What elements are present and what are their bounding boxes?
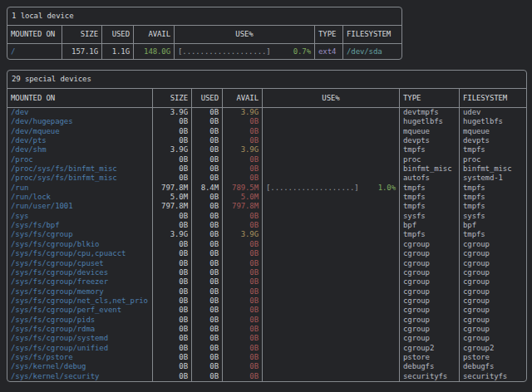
fs-row: /sys/fs/bpf0B0B0Bbpfbpf xyxy=(7,221,526,230)
fs-row: /dev/mqueue0B0B0Bmqueuemqueue xyxy=(7,127,526,136)
mount-point: /dev/pts xyxy=(7,136,153,145)
table-header-row: MOUNTED ON SIZE USED AVAIL USE% TYPE FIL… xyxy=(7,26,401,44)
usage-bar: [...................] xyxy=(266,184,359,193)
mount-point: /sys/fs/cgroup xyxy=(7,230,153,239)
size-value: 157.1G xyxy=(62,44,102,59)
size-value: 0B xyxy=(153,296,192,306)
filesystem-value: cgroup xyxy=(460,316,526,325)
type-value: mqueue xyxy=(400,127,460,136)
usage-bar-cell xyxy=(263,259,400,268)
avail-value: 0B xyxy=(223,296,263,306)
size-value: 0B xyxy=(153,127,192,136)
used-value: 0B xyxy=(192,259,223,268)
type-value: cgroup xyxy=(400,306,460,315)
filesystem-value: securityfs xyxy=(460,372,526,381)
avail-value: 0B xyxy=(223,316,263,325)
used-value: 0B xyxy=(192,277,223,287)
fs-row: /dev/shm3.9G0B3.9Gtmpfstmpfs xyxy=(7,145,526,154)
avail-value: 0B xyxy=(223,249,263,258)
size-value: 0B xyxy=(153,353,192,362)
usage-bar-cell xyxy=(263,316,400,325)
filesystem-value: cgroup xyxy=(460,296,526,306)
type-value: autofs xyxy=(400,174,460,183)
fs-row: /sys/fs/cgroup/memory0B0B0Bcgroupcgroup xyxy=(7,287,526,296)
avail-value: 0B xyxy=(223,117,263,126)
used-value: 0B xyxy=(192,268,223,277)
col-header-type: TYPE xyxy=(400,89,460,107)
fs-row: /proc/sys/fs/binfmt_misc0B0B0Bbinfmt_mis… xyxy=(7,164,526,174)
col-header-used: USED xyxy=(102,26,134,43)
mount-point: /sys/fs/cgroup/rdma xyxy=(7,325,153,334)
usage-bar-cell xyxy=(263,221,400,230)
avail-value: 0B xyxy=(223,212,263,221)
mount-point: /sys/fs/cgroup/perf_event xyxy=(7,306,153,315)
mount-point: /dev/hugepages xyxy=(7,117,153,126)
usage-bar-cell xyxy=(263,164,400,174)
size-value: 0B xyxy=(153,316,192,325)
filesystem-value: devpts xyxy=(460,136,526,145)
usage-bar-cell xyxy=(263,296,400,306)
usage-bar-cell xyxy=(263,362,400,371)
type-value: hugetlbfs xyxy=(400,117,460,126)
filesystem-value: cgroup xyxy=(460,249,526,258)
fs-row: /157.1G1.1G148.0G[...................]0.… xyxy=(7,44,401,59)
size-value: 0B xyxy=(153,136,192,145)
type-value: binfmt_misc xyxy=(400,164,460,174)
used-value: 0B xyxy=(192,353,223,362)
used-value: 0B xyxy=(192,372,223,381)
filesystem-value: cgroup xyxy=(460,306,526,315)
fs-row: /proc0B0B0Bprocproc xyxy=(7,155,526,164)
used-value: 0B xyxy=(192,127,223,136)
filesystem-value: /dev/sda xyxy=(343,44,401,59)
size-value: 0B xyxy=(153,372,192,381)
fs-row: /sys/fs/pstore0B0B0Bpstorepstore xyxy=(7,353,526,362)
mount-point: /sys/fs/bpf xyxy=(7,221,153,230)
col-header-avail: AVAIL xyxy=(223,89,263,107)
avail-value: 0B xyxy=(223,136,263,145)
avail-value: 3.9G xyxy=(223,108,263,117)
type-value: proc xyxy=(400,155,460,164)
avail-value: 0B xyxy=(223,334,263,343)
avail-value: 0B xyxy=(223,287,263,296)
type-value: cgroup xyxy=(400,287,460,296)
usage-bar-cell xyxy=(263,136,400,145)
col-header-type: TYPE xyxy=(315,26,343,43)
fs-row: /sys/fs/cgroup/cpu,cpuacct0B0B0Bcgroupcg… xyxy=(7,249,526,258)
mount-point: / xyxy=(7,44,62,59)
avail-value: 0B xyxy=(223,127,263,136)
fs-row: /sys/fs/cgroup/net_cls,net_prio0B0B0Bcgr… xyxy=(7,296,526,306)
type-value: cgroup xyxy=(400,316,460,325)
avail-value: 3.9G xyxy=(223,145,263,154)
used-value: 0B xyxy=(192,306,223,315)
mount-point: /run/user/1001 xyxy=(7,202,153,211)
usage-bar-cell xyxy=(263,287,400,296)
col-header-filesystem: FILESYSTEM xyxy=(343,26,401,43)
mount-point: /sys/fs/cgroup/cpuset xyxy=(7,259,153,268)
avail-value: 0B xyxy=(223,344,263,353)
col-header-filesystem: FILESYSTEM xyxy=(460,89,526,107)
type-value: tmpfs xyxy=(400,184,460,193)
usage-bar-cell xyxy=(263,353,400,362)
filesystem-value: cgroup xyxy=(460,287,526,296)
fs-row: /sys/fs/cgroup/devices0B0B0Bcgroupcgroup xyxy=(7,268,526,277)
avail-value: 0B xyxy=(223,306,263,315)
mount-point: /proc/sys/fs/binfmt_misc xyxy=(7,174,153,183)
filesystem-value: tmpfs xyxy=(460,145,526,154)
size-value: 0B xyxy=(153,344,192,353)
usage-bar-cell xyxy=(263,344,400,353)
used-value: 0B xyxy=(192,155,223,164)
usage-bar-cell xyxy=(263,193,400,202)
avail-value: 0B xyxy=(223,259,263,268)
usage-bar-cell xyxy=(263,212,400,221)
mount-point: /sys/fs/cgroup/devices xyxy=(7,268,153,277)
mount-point: /sys/kernel/security xyxy=(7,372,153,381)
usage-bar-cell xyxy=(263,174,400,183)
filesystem-value: cgroup xyxy=(460,240,526,249)
filesystem-value: pstore xyxy=(460,353,526,362)
filesystem-value: mqueue xyxy=(460,127,526,136)
mount-point: /sys/fs/cgroup/blkio xyxy=(7,240,153,249)
filesystem-value: cgroup xyxy=(460,268,526,277)
avail-value: 0B xyxy=(223,353,263,362)
mount-point: /sys/fs/cgroup/memory xyxy=(7,287,153,296)
fs-row: /dev/hugepages0B0B0Bhugetlbfshugetlbfs xyxy=(7,117,526,126)
